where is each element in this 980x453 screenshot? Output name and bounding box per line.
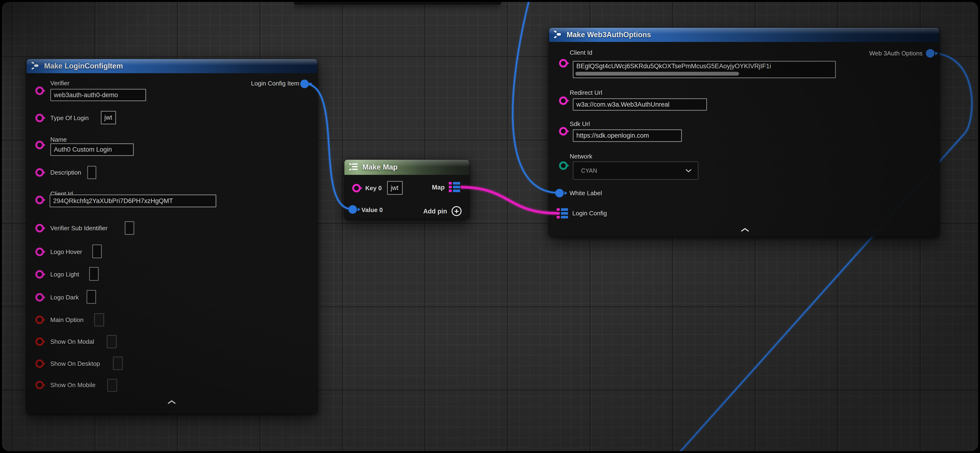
wire-loginconfigitem-to-value0[interactable] [304, 84, 352, 209]
wire-layer-over [2, 2, 978, 451]
blueprint-graph-canvas[interactable]: Make LoginConfigItem Login Config Item V… [2, 2, 978, 451]
wire-top-to-whitelabel[interactable] [513, 2, 559, 193]
